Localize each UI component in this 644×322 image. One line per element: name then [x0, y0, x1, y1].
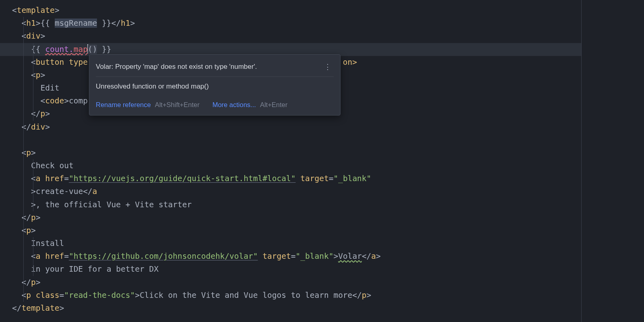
quickfix-actions: Rename reference Alt+Shift+Enter More ac…: [89, 96, 340, 111]
code-line[interactable]: in your IDE for a better DX: [0, 263, 581, 276]
code-line[interactable]: <h1>{{ msgRename }}</h1>: [0, 17, 581, 30]
code-line[interactable]: <div>: [0, 30, 581, 43]
shortcut-hint: Alt+Shift+Enter: [155, 99, 200, 110]
code-line[interactable]: <a href="https://github.com/johnsoncodeh…: [0, 250, 581, 263]
code-line[interactable]: Install: [0, 237, 581, 250]
code-line[interactable]: <p>: [0, 147, 581, 159]
more-actions[interactable]: More actions...: [213, 99, 256, 110]
code-line[interactable]: >, the official Vue + Vite starter: [0, 198, 581, 211]
code-line[interactable]: Check out: [0, 159, 581, 172]
code-line[interactable]: <a href="https://vuejs.org/guide/quick-s…: [0, 172, 581, 185]
code-line[interactable]: [0, 134, 581, 147]
code-line[interactable]: </p>: [0, 211, 581, 224]
rename-reference-action[interactable]: Rename reference: [96, 99, 151, 110]
code-line-active[interactable]: {{ count.map() }}: [0, 43, 581, 56]
code-line[interactable]: <template>: [0, 4, 581, 17]
more-vertical-icon[interactable]: ⋮: [324, 61, 330, 73]
code-editor[interactable]: <template> <h1>{{ msgRename }}</h1> <div…: [0, 0, 582, 322]
code-line[interactable]: >create-vue</a: [0, 185, 581, 198]
code-line[interactable]: </p>: [0, 276, 581, 289]
code-line[interactable]: <p>: [0, 224, 581, 237]
inspection-tooltip: Volar: Property 'map' does not exist on …: [89, 54, 341, 116]
shortcut-hint: Alt+Enter: [260, 99, 287, 110]
code-line[interactable]: <p class="read-the-docs">Click on the Vi…: [0, 289, 581, 302]
code-line[interactable]: </div>: [0, 121, 581, 134]
diagnostic-message-secondary: Unresolved function or method map(): [89, 78, 340, 96]
diagnostic-message-primary: Volar: Property 'map' does not exist on …: [96, 59, 334, 77]
code-line[interactable]: </template>: [0, 302, 581, 315]
